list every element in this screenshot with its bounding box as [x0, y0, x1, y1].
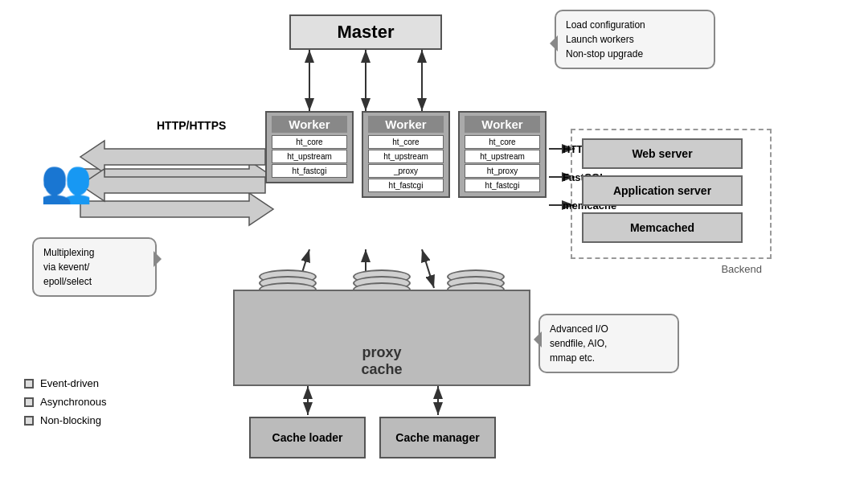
cache-manager-box: Cache manager — [379, 417, 496, 458]
backend-label: Backend — [721, 263, 762, 275]
multiplex-callout: Multiplexing via kevent/ epoll/select — [32, 237, 157, 297]
worker-3: Worker ht_core ht_upstream ht_proxy ht_f… — [458, 111, 547, 198]
legend-square-0 — [24, 379, 34, 389]
cache-manager-label: Cache manager — [395, 431, 479, 444]
web-server-box: Web server — [582, 138, 743, 169]
worker-1: Worker ht_core ht_upstream ht_fastcgi — [265, 111, 354, 183]
legend-square-2 — [24, 416, 34, 426]
worker-1-mod-3: ht_fastcgi — [272, 164, 347, 178]
worker-3-mod-3: ht_proxy — [465, 164, 540, 178]
worker-2-box: Worker ht_core ht_upstream _proxy ht_fas… — [362, 111, 450, 198]
master-label: Master — [338, 22, 395, 43]
cache-loader-box: Cache loader — [249, 417, 366, 458]
app-server-box: Application server — [582, 175, 743, 206]
worker-1-box: Worker ht_core ht_upstream ht_fastcgi — [265, 111, 354, 183]
legend-square-1 — [24, 397, 34, 407]
people-icon: 👥 — [40, 157, 92, 206]
worker-1-title: Worker — [272, 116, 347, 133]
master-box: Master — [289, 14, 442, 50]
master-callout: Load configuration Launch workers Non-st… — [555, 10, 715, 69]
proxy-cache-label: proxy cache — [361, 344, 402, 378]
proxy-cache-area: proxy cache — [233, 290, 530, 386]
worker-2: Worker ht_core ht_upstream _proxy ht_fas… — [362, 111, 450, 198]
legend-label-1: Asynchronous — [40, 396, 106, 408]
worker-1-mod-2: ht_upstream — [272, 150, 347, 163]
io-callout: Advanced I/O sendfile, AIO, mmap etc. — [538, 314, 679, 373]
legend-item-0: Event-driven — [24, 377, 106, 389]
legend-item-2: Non-blocking — [24, 414, 106, 426]
memcached-label: Memcached — [630, 221, 694, 234]
worker-3-mod-2: ht_upstream — [465, 150, 540, 163]
svg-marker-15 — [80, 141, 265, 173]
master-callout-text: Load configuration Launch workers Non-st… — [566, 19, 645, 60]
worker-3-title: Worker — [465, 116, 540, 133]
diagram: 👥 HTTP/HTTPS Master Load configuration L… — [0, 0, 868, 477]
legend-item-1: Asynchronous — [24, 396, 106, 408]
multiplex-callout-text: Multiplexing via kevent/ epoll/select — [43, 247, 94, 287]
worker-2-mod-3: _proxy — [368, 164, 444, 178]
legend-label-0: Event-driven — [40, 377, 99, 389]
worker-3-mod-4: ht_fastcgi — [465, 179, 540, 192]
web-server-label: Web server — [632, 147, 692, 160]
worker-1-mod-1: ht_core — [272, 135, 347, 149]
cache-loader-label: Cache loader — [272, 431, 343, 444]
io-callout-text: Advanced I/O sendfile, AIO, mmap etc. — [550, 323, 608, 364]
worker-2-mod-1: ht_core — [368, 135, 444, 149]
worker-3-box: Worker ht_core ht_upstream ht_proxy ht_f… — [458, 111, 547, 198]
worker-2-mod-2: ht_upstream — [368, 150, 444, 163]
app-server-label: Application server — [613, 184, 711, 197]
legend: Event-driven Asynchronous Non-blocking — [24, 377, 106, 433]
legend-label-2: Non-blocking — [40, 414, 101, 426]
svg-marker-13 — [80, 161, 273, 193]
svg-marker-16 — [80, 169, 265, 201]
backend-container: Web server Application server Memcached … — [571, 129, 772, 259]
worker-2-title: Worker — [368, 116, 444, 133]
svg-marker-14 — [80, 193, 273, 225]
memcached-box: Memcached — [582, 212, 743, 243]
worker-3-mod-1: ht_core — [465, 135, 540, 149]
http-https-label: HTTP/HTTPS — [157, 119, 226, 132]
worker-2-mod-4: ht_fastcgi — [368, 179, 444, 192]
